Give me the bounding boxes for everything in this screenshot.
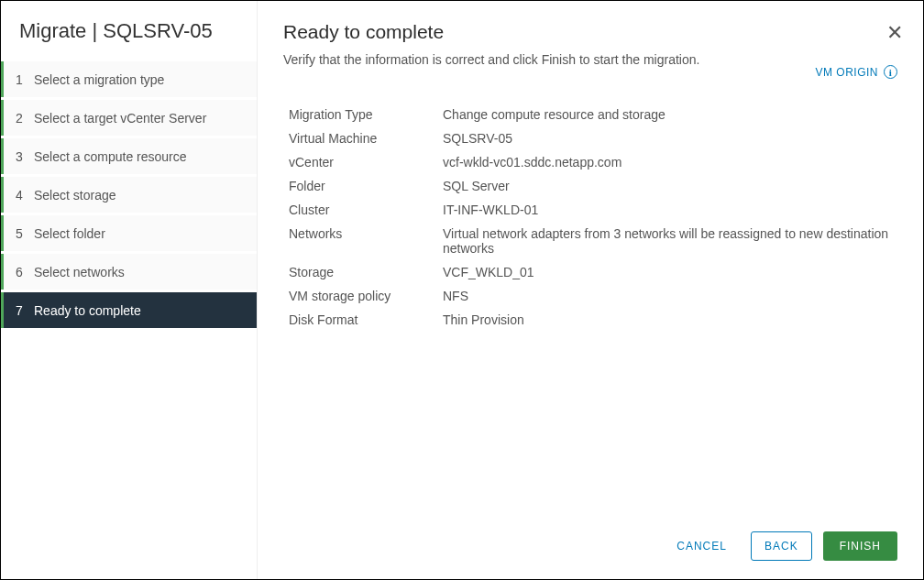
- wizard-step-1[interactable]: 1Select a migration type: [1, 61, 257, 100]
- wizard-step-6[interactable]: 6Select networks: [1, 254, 257, 292]
- step-number: 6: [16, 265, 34, 279]
- step-label: Select a target vCenter Server: [34, 111, 206, 126]
- wizard-step-2[interactable]: 2Select a target vCenter Server: [1, 100, 257, 138]
- vm-origin-link[interactable]: VM ORIGIN i: [815, 65, 897, 79]
- detail-value: NFS: [443, 289, 468, 303]
- detail-label: Networks: [289, 226, 443, 256]
- detail-row: Disk FormatThin Provision: [289, 312, 897, 327]
- step-number: 2: [16, 111, 34, 126]
- detail-value: Change compute resource and storage: [443, 107, 666, 122]
- step-number: 3: [16, 149, 34, 164]
- step-label: Select a migration type: [34, 72, 164, 87]
- close-icon[interactable]: ✕: [886, 23, 903, 43]
- detail-value: VCF_WKLD_01: [443, 265, 534, 279]
- detail-row: ClusterIT-INF-WKLD-01: [289, 202, 897, 217]
- wizard-steps: 1Select a migration type2Select a target…: [1, 61, 257, 331]
- step-number: 1: [16, 72, 34, 87]
- content-header: Ready to complete Verify that the inform…: [283, 21, 897, 67]
- wizard-step-4[interactable]: 4Select storage: [1, 177, 257, 215]
- info-icon: i: [884, 65, 897, 79]
- detail-label: vCenter: [289, 155, 443, 170]
- detail-row: vCentervcf-wkld-vc01.sddc.netapp.com: [289, 155, 897, 170]
- summary-details: Migration TypeChange compute resource an…: [283, 107, 897, 336]
- step-label: Select folder: [34, 226, 105, 241]
- detail-row: Migration TypeChange compute resource an…: [289, 107, 897, 122]
- detail-row: StorageVCF_WKLD_01: [289, 265, 897, 279]
- detail-label: Virtual Machine: [289, 131, 443, 146]
- wizard-footer: CANCEL BACK FINISH: [283, 520, 897, 561]
- step-number: 5: [16, 226, 34, 241]
- detail-label: VM storage policy: [289, 289, 443, 303]
- modal-title: Migrate | SQLSRV-05: [1, 14, 257, 61]
- detail-label: Folder: [289, 179, 443, 193]
- detail-row: VM storage policyNFS: [289, 289, 897, 303]
- step-label: Ready to complete: [34, 303, 141, 318]
- detail-value: SQLSRV-05: [443, 131, 512, 146]
- detail-label: Disk Format: [289, 312, 443, 327]
- page-title: Ready to complete: [283, 21, 897, 43]
- detail-value: vcf-wkld-vc01.sddc.netapp.com: [443, 155, 622, 170]
- detail-label: Cluster: [289, 202, 443, 217]
- step-label: Select storage: [34, 188, 116, 202]
- migrate-modal: Migrate | SQLSRV-05 1Select a migration …: [0, 0, 924, 580]
- back-button[interactable]: BACK: [751, 531, 812, 561]
- vm-origin-label: VM ORIGIN: [815, 66, 878, 79]
- page-subtitle: Verify that the information is correct a…: [283, 52, 897, 67]
- detail-value: Virtual network adapters from 3 networks…: [443, 226, 897, 256]
- detail-value: Thin Provision: [443, 312, 524, 327]
- step-number: 4: [16, 188, 34, 202]
- step-label: Select a compute resource: [34, 149, 187, 164]
- detail-label: Migration Type: [289, 107, 443, 122]
- step-number: 7: [16, 303, 34, 318]
- finish-button[interactable]: FINISH: [823, 531, 897, 561]
- detail-value: IT-INF-WKLD-01: [443, 202, 538, 217]
- detail-label: Storage: [289, 265, 443, 279]
- wizard-sidebar: Migrate | SQLSRV-05 1Select a migration …: [1, 1, 258, 579]
- detail-row: FolderSQL Server: [289, 179, 897, 193]
- step-label: Select networks: [34, 265, 125, 279]
- detail-value: SQL Server: [443, 179, 510, 193]
- cancel-button[interactable]: CANCEL: [664, 531, 740, 561]
- detail-row: NetworksVirtual network adapters from 3 …: [289, 226, 897, 256]
- detail-row: Virtual MachineSQLSRV-05: [289, 131, 897, 146]
- wizard-step-5[interactable]: 5Select folder: [1, 215, 257, 254]
- wizard-step-7[interactable]: 7Ready to complete: [1, 292, 257, 331]
- wizard-content: ✕ Ready to complete Verify that the info…: [258, 1, 923, 579]
- wizard-step-3[interactable]: 3Select a compute resource: [1, 138, 257, 177]
